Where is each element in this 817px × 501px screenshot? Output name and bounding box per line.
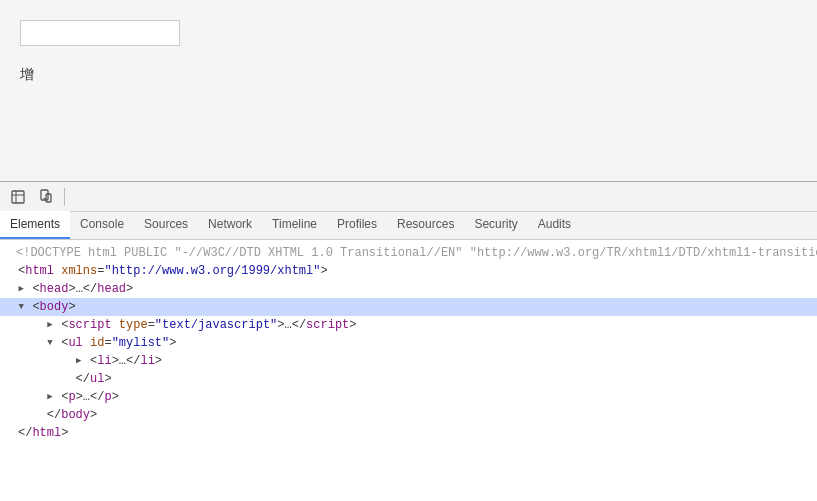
line-script[interactable]: <script type="text/javascript">…</script… [0,316,817,334]
toolbar-separator [64,188,65,206]
chinese-label: 增 [20,66,34,84]
devtools-tabs: Elements Console Sources Network Timelin… [0,212,817,240]
device-icon [38,189,54,205]
no-arrow2 [4,262,18,280]
line-head[interactable]: <head>…</head> [0,280,817,298]
tab-sources[interactable]: Sources [134,211,198,239]
inspect-element-button[interactable] [4,184,32,210]
script-arrow[interactable] [47,316,61,334]
devtools-panel: Elements Console Sources Network Timelin… [0,181,817,501]
page-input[interactable] [20,20,180,46]
p-arrow[interactable] [47,388,61,406]
tab-network[interactable]: Network [198,211,262,239]
line-ul-open[interactable]: <ul id="mylist"> [0,334,817,352]
no-arrow5 [4,424,18,442]
tab-security[interactable]: Security [464,211,527,239]
body-arrow[interactable] [18,298,32,316]
devtools-html-content[interactable]: <!DOCTYPE html PUBLIC "-//W3C//DTD XHTML… [0,240,817,501]
devtools-toolbar [0,182,817,212]
line-html-open[interactable]: <html xmlns="http://www.w3.org/1999/xhtm… [0,262,817,280]
line-doctype[interactable]: <!DOCTYPE html PUBLIC "-//W3C//DTD XHTML… [0,244,817,262]
line-body-close[interactable]: </body> [0,406,817,424]
no-arrow4 [33,406,47,424]
tab-elements[interactable]: Elements [0,211,70,239]
head-arrow[interactable] [18,280,32,298]
page-content: 增 [0,0,817,180]
no-arrow [4,244,16,262]
tab-timeline[interactable]: Timeline [262,211,327,239]
line-html-close[interactable]: </html> [0,424,817,442]
tab-resources[interactable]: Resources [387,211,464,239]
tab-console[interactable]: Console [70,211,134,239]
ul-arrow[interactable] [47,334,61,352]
tab-audits[interactable]: Audits [528,211,581,239]
line-li[interactable]: <li>…</li> [0,352,817,370]
inspect-icon [10,189,26,205]
no-arrow3 [62,370,76,388]
line-ul-close[interactable]: </ul> [0,370,817,388]
line-body-open[interactable]: <body> [0,298,817,316]
tab-profiles[interactable]: Profiles [327,211,387,239]
device-mode-button[interactable] [32,184,60,210]
line-p[interactable]: <p>…</p> [0,388,817,406]
li-arrow[interactable] [76,352,90,370]
svg-rect-0 [12,191,24,203]
